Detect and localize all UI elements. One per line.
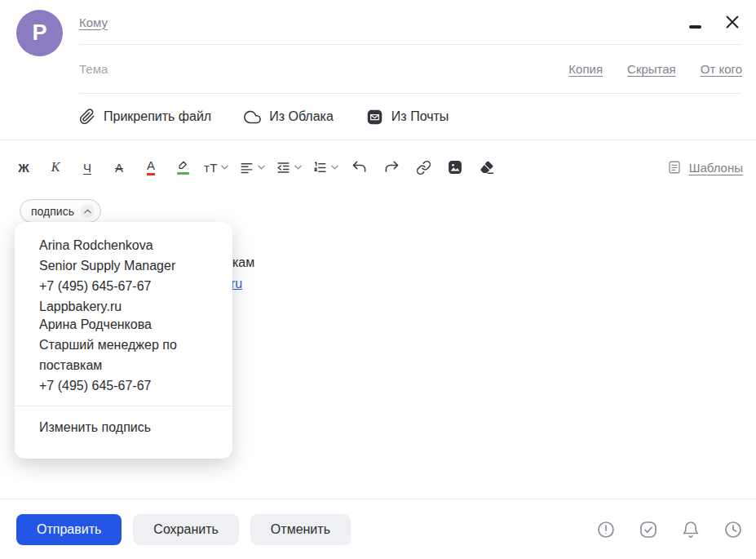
- attach-bar: Прикрепить файл Из Облака Из Почты: [0, 94, 756, 140]
- chevron-down-icon: [331, 165, 338, 170]
- chevron-down-icon: [221, 165, 228, 170]
- close-button[interactable]: [722, 10, 743, 34]
- mail-badge-icon: [366, 109, 383, 126]
- body-text-fragment: кам: [232, 255, 254, 270]
- from-cloud-button[interactable]: Из Облака: [244, 109, 334, 126]
- signature-chip-label: подпись: [31, 205, 74, 218]
- signature-dropdown: Arina Rodchenkova Senior Supply Manager …: [15, 222, 232, 459]
- numbered-list-button[interactable]: [312, 156, 338, 179]
- subject-input-area[interactable]: Тема Копия Скрытая От кого: [79, 45, 742, 94]
- undo-icon: [351, 159, 368, 175]
- indent-icon: [276, 160, 291, 175]
- recipient-extra-links: Копия Скрытая От кого: [568, 62, 742, 76]
- reminder-button[interactable]: [681, 520, 701, 539]
- importance-button[interactable]: [596, 520, 616, 539]
- strikethrough-button[interactable]: А: [108, 156, 130, 179]
- redo-button[interactable]: [381, 156, 402, 179]
- cancel-button[interactable]: Отменить: [250, 514, 351, 545]
- send-button[interactable]: Отправить: [16, 514, 122, 545]
- from-mail-label: Из Почты: [391, 109, 449, 124]
- insert-link-button[interactable]: [413, 156, 434, 179]
- bcc-link[interactable]: Скрытая: [627, 62, 676, 76]
- signature-option[interactable]: Arina Rodchenkova Senior Supply Manager …: [15, 235, 232, 314]
- check-badge-icon: [639, 520, 658, 539]
- save-button[interactable]: Сохранить: [133, 514, 239, 545]
- minimize-icon: [689, 25, 701, 29]
- from-link[interactable]: От кого: [701, 62, 742, 76]
- chevron-down-icon: [294, 165, 302, 170]
- templates-label: Шаблоны: [689, 161, 743, 175]
- signature-option[interactable]: Арина Родченкова Старший менеджер по пос…: [15, 314, 232, 393]
- attach-file-button[interactable]: Прикрепить файл: [79, 109, 211, 125]
- align-icon: [239, 160, 254, 175]
- link-icon: [416, 160, 431, 175]
- from-mail-button[interactable]: Из Почты: [366, 109, 449, 126]
- chevron-down-icon: [258, 165, 265, 170]
- window-controls: [684, 10, 743, 34]
- eraser-icon: [479, 159, 495, 175]
- cloud-icon: [244, 109, 261, 126]
- body-link-fragment[interactable]: ru: [231, 277, 242, 291]
- align-button[interactable]: [239, 156, 265, 179]
- highlight-color-swatch: [177, 172, 189, 175]
- underline-button[interactable]: Ч: [77, 156, 98, 179]
- footer-bar: Отправить Сохранить Отменить: [0, 499, 756, 559]
- edit-signature-button[interactable]: Изменить подпись: [15, 406, 232, 435]
- font-size-button[interactable]: тТ: [204, 156, 228, 179]
- redo-icon: [383, 159, 400, 175]
- template-doc-icon: [667, 160, 682, 175]
- image-icon: [447, 159, 463, 175]
- insert-image-button[interactable]: [444, 156, 466, 179]
- paperclip-icon: [79, 109, 95, 125]
- marker-icon: [177, 160, 188, 171]
- clock-icon: [723, 520, 743, 539]
- close-icon: [723, 13, 741, 31]
- subject-placeholder: Тема: [79, 62, 568, 76]
- indent-button[interactable]: [276, 156, 302, 179]
- from-cloud-label: Из Облака: [269, 109, 334, 124]
- format-toolbar: Ж К Ч А А тТ: [13, 140, 743, 194]
- receipt-button[interactable]: [639, 520, 658, 539]
- attach-file-label: Прикрепить файл: [104, 109, 211, 124]
- to-input-area[interactable]: Кому: [79, 0, 742, 45]
- signature-chip[interactable]: подпись: [20, 199, 101, 223]
- avatar-letter: P: [32, 20, 46, 46]
- warning-circle-icon: [596, 520, 616, 539]
- bell-icon: [681, 520, 701, 539]
- templates-button[interactable]: Шаблоны: [667, 160, 743, 175]
- to-field-label[interactable]: Кому: [79, 16, 108, 29]
- text-color-button[interactable]: А: [140, 156, 161, 179]
- minimize-button[interactable]: [684, 10, 705, 34]
- schedule-send-button[interactable]: [723, 520, 743, 539]
- undo-button[interactable]: [349, 156, 370, 179]
- numbered-list-icon: [312, 160, 328, 175]
- cc-link[interactable]: Копия: [568, 62, 603, 76]
- chevron-up-icon: [81, 204, 95, 218]
- footer-icons: [596, 520, 743, 539]
- compose-window: P Кому Тема Копия Скрытая От кого Прикре…: [0, 0, 756, 559]
- avatar: P: [16, 10, 63, 56]
- italic-button[interactable]: К: [45, 156, 66, 179]
- clear-format-button[interactable]: [476, 156, 497, 179]
- highlight-button[interactable]: [172, 156, 193, 179]
- bold-button[interactable]: Ж: [13, 156, 34, 179]
